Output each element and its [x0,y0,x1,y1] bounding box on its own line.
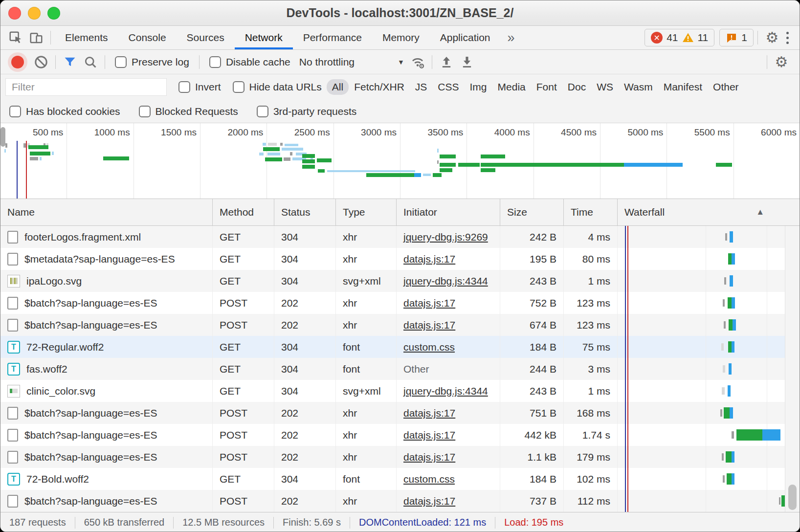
initiator-link[interactable]: datajs.js:17 [403,407,455,419]
table-row[interactable]: $batch?sap-language=es-ESPOST202xhrdataj… [0,424,800,446]
table-row[interactable]: $batch?sap-language=es-ESPOST202xhrdataj… [0,292,800,314]
initiator-link[interactable]: jquery-dbg.js:4344 [403,275,488,287]
filter-toggle-button[interactable] [60,53,80,71]
cell-method: POST [213,446,274,468]
column-header-size[interactable]: Size [500,199,564,225]
filter-type-font[interactable]: Font [531,79,562,95]
table-row[interactable]: Tfas.woff2GET304fontOther244 B3 ms [0,358,800,380]
column-header-type[interactable]: Type [336,199,397,225]
overview-request-bar [624,163,683,167]
import-har-button[interactable] [436,53,457,71]
disable-cache-checkbox[interactable] [209,56,221,68]
initiator-link[interactable]: datajs.js:17 [403,495,455,507]
table-row[interactable]: T72-Bold.woff2GET304fontcustom.css184 B1… [0,468,800,490]
table-row[interactable]: $batch?sap-language=es-ESPOST202xhrdataj… [0,402,800,424]
table-row[interactable]: footerLogos.fragment.xmlGET304xhrjquery-… [0,226,800,248]
tab-elements[interactable]: Elements [55,26,118,49]
cell-name: $batch?sap-language=es-ES [0,314,213,336]
table-row[interactable]: $batch?sap-language=es-ESPOST202xhrdataj… [0,446,800,468]
table-row[interactable]: T72-Regular.woff2GET304fontcustom.css184… [0,336,800,358]
cell-waterfall [618,270,800,292]
cell-type: xhr [336,424,397,446]
request-name: $batch?sap-language=es-ES [24,319,157,331]
issues-badge[interactable]: 1 [719,29,754,46]
tab-memory[interactable]: Memory [372,26,430,49]
filter-type-wasm[interactable]: Wasm [619,79,658,95]
gear-icon: ⚙ [766,30,779,45]
network-settings-button[interactable]: ⚙ [771,53,792,71]
request-type-filters: AllFetch/XHRJSCSSImgMediaFontDocWSWasmMa… [327,79,744,95]
initiator-link[interactable]: jquery-dbg.js:4344 [403,385,488,397]
filter-type-other[interactable]: Other [708,79,744,95]
console-errors-warnings-badge[interactable]: ✕ 41 11 [644,29,714,46]
export-har-button[interactable] [457,53,477,71]
tab-console[interactable]: Console [118,26,177,49]
tab-sources[interactable]: Sources [177,26,235,49]
cell-initiator: datajs.js:17 [397,446,500,468]
column-header-method[interactable]: Method [213,199,274,225]
overview-request-bar [433,173,442,177]
initiator-link[interactable]: datajs.js:17 [403,297,455,309]
cell-time: 1.74 s [564,424,618,446]
filter-type-ws[interactable]: WS [591,79,619,95]
more-options-button[interactable] [782,32,793,44]
column-header-waterfall[interactable]: Waterfall▲ [618,199,800,225]
filter-type-manifest[interactable]: Manifest [658,79,708,95]
cell-type: font [336,468,397,490]
has-blocked-cookies-checkbox[interactable] [9,106,21,117]
initiator-link[interactable]: jquery-dbg.js:9269 [403,231,488,243]
initiator-link[interactable]: datajs.js:17 [403,429,455,441]
filter-type-css[interactable]: CSS [432,79,464,95]
device-toolbar-button[interactable] [26,28,46,47]
table-row[interactable]: clinic_color.svgGET304svg+xmljquery-dbg.… [0,380,800,402]
throttling-select[interactable]: No throttling ▼ [299,56,404,68]
filter-type-doc[interactable]: Doc [562,79,591,95]
network-toolbar: Preserve log Disable cache No throttling… [0,50,800,74]
table-row[interactable]: ipaLogo.svgGET304svg+xmljquery-dbg.js:43… [0,270,800,292]
vertical-scrollbar[interactable] [785,226,800,512]
filter-input[interactable] [5,78,167,96]
initiator-link[interactable]: datajs.js:17 [403,319,455,331]
network-conditions-button[interactable] [407,53,428,71]
network-overview-timeline[interactable]: 500 ms1000 ms1500 ms2000 ms2500 ms3000 m… [0,123,800,199]
filter-type-js[interactable]: JS [410,79,433,95]
cell-initiator: datajs.js:17 [397,402,500,424]
overview-tick-label: 4000 ms [494,127,530,138]
scrollbar-thumb[interactable] [788,485,797,510]
initiator-link[interactable]: datajs.js:17 [403,253,455,265]
column-header-name[interactable]: Name [0,199,213,225]
tab-application[interactable]: Application [430,26,501,49]
filter-type-all[interactable]: All [327,79,349,95]
initiator-link[interactable]: custom.css [403,341,455,353]
cell-waterfall [618,226,800,248]
table-row[interactable]: $batch?sap-language=es-ESPOST202xhrdataj… [0,490,800,512]
search-button[interactable] [80,53,101,71]
cell-status: 202 [274,292,336,314]
third-party-requests-checkbox[interactable] [257,106,268,117]
filter-type-media[interactable]: Media [492,79,531,95]
cell-status: 304 [274,336,336,358]
preserve-log-checkbox[interactable] [115,56,127,68]
filter-type-img[interactable]: Img [465,79,492,95]
more-tabs-button[interactable]: » [500,30,521,45]
invert-checkbox[interactable] [178,81,190,93]
dcl-event-line [625,380,626,402]
tab-network[interactable]: Network [235,26,293,49]
blocked-requests-checkbox[interactable] [139,106,151,117]
column-header-status[interactable]: Status [274,199,336,225]
table-row[interactable]: $batch?sap-language=es-ESPOST202xhrdataj… [0,314,800,336]
record-button[interactable] [11,56,24,68]
initiator-link[interactable]: datajs.js:17 [403,451,455,463]
table-row[interactable]: $metadata?sap-language=es-ESGET304xhrdat… [0,248,800,270]
overview-scroll-handle[interactable] [0,127,5,147]
devtools-settings-button[interactable]: ⚙ [762,28,782,47]
inspect-element-button[interactable] [5,28,26,47]
clear-button[interactable] [31,53,51,71]
hide-data-urls-checkbox[interactable] [233,81,244,93]
initiator-link[interactable]: custom.css [403,473,455,485]
column-header-time[interactable]: Time [564,199,618,225]
column-header-initiator[interactable]: Initiator [397,199,500,225]
tab-performance[interactable]: Performance [293,26,372,49]
waterfall-bar [728,341,732,353]
filter-type-fetch-xhr[interactable]: Fetch/XHR [349,79,410,95]
